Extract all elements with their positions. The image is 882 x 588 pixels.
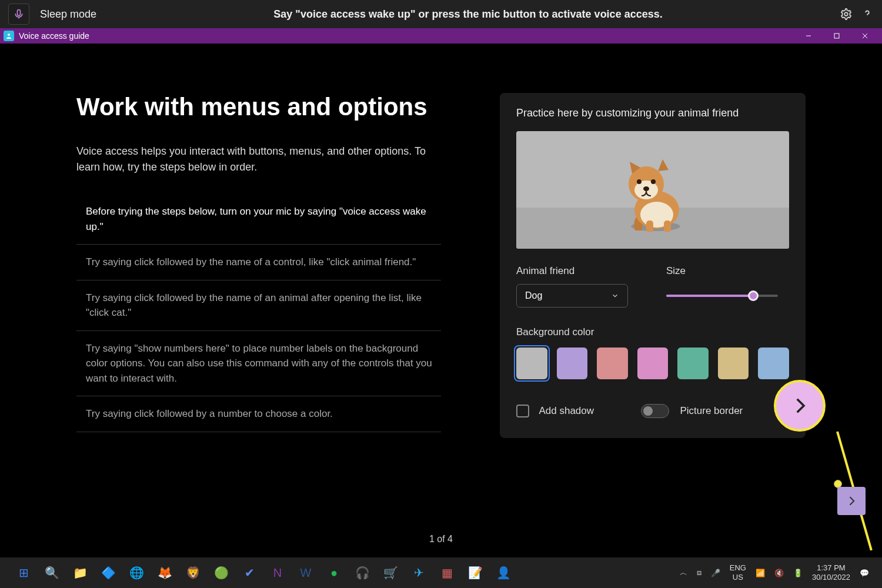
- chevron-right-icon: [790, 396, 810, 416]
- color-swatch[interactable]: [557, 348, 588, 379]
- voice-status: Sleep mode: [40, 8, 96, 21]
- voice-instruction: Say "voice access wake up" or press the …: [107, 8, 829, 21]
- taskbar: ⊞🔍📁🔷🌐🦊🦁🟢✔NW●🎧🛒✈▦📝👤 ︿ ⧈ 🎤 ENG US 📶 🔇 🔋 1:…: [0, 557, 882, 588]
- add-shadow-checkbox[interactable]: Add shadow: [516, 405, 594, 417]
- telegram-icon[interactable]: ✈: [408, 562, 429, 583]
- step-item: Try saying click followed by the name of…: [76, 280, 441, 331]
- window-title: Voice access guide: [19, 31, 795, 41]
- svg-rect-11: [664, 220, 671, 232]
- close-button[interactable]: [851, 28, 878, 44]
- wifi-icon[interactable]: 📶: [756, 569, 765, 577]
- file-explorer-icon[interactable]: 📁: [69, 562, 91, 583]
- notepad-icon[interactable]: 📝: [465, 562, 486, 583]
- size-label: Size: [666, 265, 789, 277]
- obsidian-icon[interactable]: 🔷: [98, 562, 119, 583]
- step-item: Try saying click followed by a number to…: [76, 396, 441, 432]
- select-value: Dog: [525, 290, 542, 301]
- gear-icon[interactable]: [840, 8, 853, 21]
- voice-access-guide-icon: [4, 31, 14, 41]
- spotify-icon[interactable]: ●: [323, 562, 345, 583]
- color-swatch[interactable]: [516, 348, 547, 379]
- todo-icon[interactable]: ✔: [239, 562, 260, 583]
- volume-mute-icon[interactable]: 🔇: [774, 569, 784, 577]
- steps-list: Before trying the steps below, turn on y…: [76, 194, 441, 432]
- svg-point-14: [637, 179, 642, 184]
- svg-point-2: [8, 34, 10, 36]
- battery-icon[interactable]: 🔋: [793, 569, 803, 577]
- window-titlebar: Voice access guide: [0, 28, 882, 44]
- toggle-icon: [641, 404, 669, 418]
- voice-access-bar: Sleep mode Say "voice access wake up" or…: [0, 0, 882, 28]
- picture-border-toggle[interactable]: Picture border: [641, 404, 743, 418]
- mic-button[interactable]: [8, 4, 29, 25]
- language-indicator[interactable]: ENG US: [730, 563, 746, 582]
- page-title: Work with menus and options: [76, 93, 441, 121]
- color-swatch[interactable]: [677, 348, 709, 379]
- step-item: Try saying click followed by the name of…: [76, 245, 441, 280]
- onenote-icon[interactable]: N: [267, 562, 288, 583]
- color-swatch[interactable]: [758, 348, 789, 379]
- edge-icon[interactable]: 🌐: [126, 562, 147, 583]
- chevron-right-icon: [846, 495, 857, 507]
- practice-title: Practice here by customizing your animal…: [516, 107, 789, 119]
- mic-icon: [13, 8, 25, 20]
- svg-point-15: [651, 179, 656, 184]
- color-swatch[interactable]: [718, 348, 749, 379]
- step-item: Before trying the steps below, turn on y…: [76, 194, 441, 245]
- chevron-up-icon[interactable]: ︿: [680, 567, 687, 578]
- animal-friend-group: Animal friend Dog: [516, 265, 639, 308]
- animal-friend-label: Animal friend: [516, 265, 639, 277]
- color-swatch[interactable]: [637, 348, 669, 379]
- start-icon[interactable]: ⊞: [13, 562, 34, 583]
- mic-icon[interactable]: 🎤: [711, 569, 720, 577]
- instructions-panel: Work with menus and options Voice access…: [76, 93, 441, 438]
- svg-rect-4: [834, 34, 839, 38]
- clock[interactable]: 1:37 PM 30/10/2022: [812, 563, 850, 582]
- pager-text: 1 of 4: [429, 534, 453, 544]
- powertoys-icon[interactable]: ▦: [436, 562, 457, 583]
- checkbox-icon: [516, 405, 529, 417]
- next-page-button[interactable]: [837, 487, 866, 515]
- notifications-icon[interactable]: 💬: [860, 569, 869, 577]
- color-swatch[interactable]: [597, 348, 628, 379]
- taskbar-apps: ⊞🔍📁🔷🌐🦊🦁🟢✔NW●🎧🛒✈▦📝👤: [5, 562, 514, 583]
- animal-friend-select[interactable]: Dog: [516, 284, 628, 308]
- word-icon[interactable]: W: [295, 562, 316, 583]
- svg-point-16: [643, 186, 649, 191]
- step-item: Try saying "show numbers here" to place …: [76, 331, 441, 397]
- svg-rect-10: [646, 220, 653, 232]
- guide-main: Work with menus and options Voice access…: [0, 44, 882, 557]
- minimize-button[interactable]: [795, 28, 822, 44]
- picture-border-label: Picture border: [680, 405, 743, 416]
- intro-text: Voice access helps you interact with but…: [76, 143, 435, 175]
- chevron-down-icon: [611, 292, 619, 300]
- size-slider[interactable]: [666, 284, 789, 308]
- preview-area: [516, 131, 789, 249]
- size-group: Size: [666, 265, 789, 308]
- chrome-icon[interactable]: 🟢: [211, 562, 232, 583]
- maximize-button[interactable]: [823, 28, 850, 44]
- brave-icon[interactable]: 🦁: [182, 562, 203, 583]
- svg-point-1: [844, 12, 848, 16]
- background-color-label: Background color: [516, 326, 789, 338]
- help-icon[interactable]: [861, 8, 874, 21]
- practice-panel: Practice here by customizing your animal…: [500, 93, 806, 438]
- svg-rect-0: [18, 10, 21, 16]
- voice-access-icon[interactable]: 👤: [493, 562, 514, 583]
- dog-illustration: [609, 157, 697, 242]
- color-swatches: [516, 348, 789, 379]
- firefox-icon[interactable]: 🦊: [154, 562, 175, 583]
- kiosk-icon[interactable]: 🛒: [380, 562, 401, 583]
- dropbox-icon[interactable]: ⧈: [697, 568, 701, 577]
- audacity-icon[interactable]: 🎧: [352, 562, 373, 583]
- add-shadow-label: Add shadow: [539, 405, 594, 416]
- next-page-highlight[interactable]: [774, 380, 826, 432]
- search-icon[interactable]: 🔍: [41, 562, 62, 583]
- system-tray: ︿ ⧈ 🎤 ENG US 📶 🔇 🔋 1:37 PM 30/10/2022 💬: [680, 563, 877, 582]
